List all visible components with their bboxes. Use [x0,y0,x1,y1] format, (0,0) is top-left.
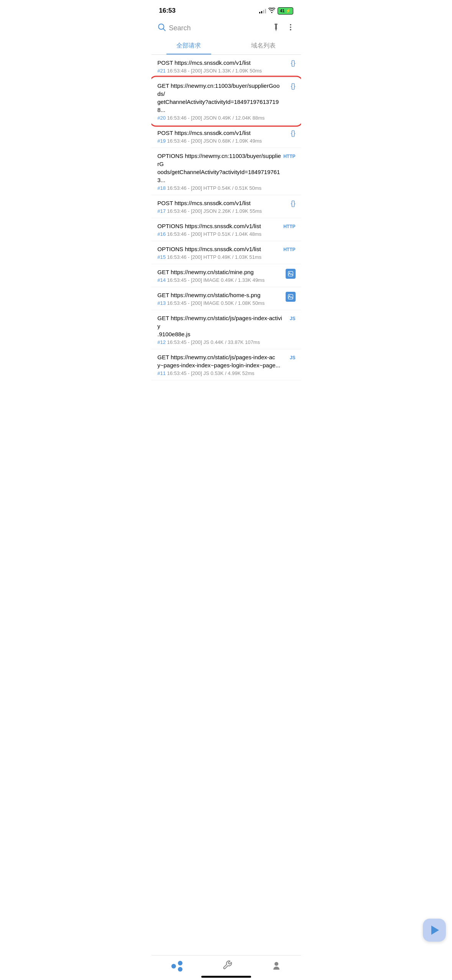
request-meta: #18 16:53:46 - [200] HTTP 0.54K / 0.51K … [158,185,295,191]
status-icons: 41 ⚡ [259,7,293,15]
svg-point-7 [290,24,291,26]
request-meta: #15 16:53:46 - [200] HTTP 0.49K / 1.03K … [158,254,295,260]
request-url: POST https://mcs.snssdk.com/v1/list [158,59,295,67]
list-item[interactable]: POST https://mcs.snssdk.com/v1/list #19 … [151,125,301,148]
wifi-icon [268,8,275,14]
badge-http: HTTP [283,246,295,253]
list-item[interactable]: OPTIONS https://newmy.cn:11003/buyer/sup… [151,148,301,195]
request-url: POST https://mcs.snssdk.com/v1/list [158,199,295,207]
battery-indicator: 41 ⚡ [278,7,293,15]
list-item[interactable]: GET https://newmy.cn/static/js/pages-ind… [151,310,301,349]
request-url: GET https://newmy.cn:11003/buyer/supplie… [158,82,295,114]
request-meta: #13 16:53:45 - [200] IMAGE 0.50K / 1.08K… [158,300,295,306]
badge-js: JS [290,354,296,361]
svg-point-9 [290,29,291,31]
search-bar: Search [151,19,301,37]
request-meta: #19 16:53:46 - [200] JSON 0.68K / 1.09K … [158,138,295,144]
brush-icon[interactable] [272,23,280,33]
request-url: GET https://newmy.cn/static/mine.png [158,268,295,276]
list-item-highlighted[interactable]: GET https://newmy.cn:11003/buyer/supplie… [151,78,301,125]
request-url: GET https://newmy.cn/static/js/pages-ind… [158,314,295,338]
tab-all-requests[interactable]: 全部请求 [151,37,226,54]
svg-rect-3 [275,25,277,28]
badge-http: HTTP [283,153,295,159]
badge-json: {} [291,200,295,207]
tabs: 全部请求 域名列表 [151,37,301,55]
signal-icon [259,8,266,13]
status-bar: 16:53 41 ⚡ [151,0,301,19]
request-url: GET https://newmy.cn/static/home-s.png [158,291,295,299]
request-list: POST https://mcs.snssdk.com/v1/list #21 … [151,55,301,415]
search-icon [158,23,166,33]
request-meta: #12 16:53:45 - [200] JS 0.44K / 33.87K 1… [158,339,295,345]
search-placeholder: Search [169,24,191,32]
list-item[interactable]: OPTIONS https://mcs.snssdk.com/v1/list #… [151,241,301,264]
request-meta: #17 16:53:46 - [200] JSON 2.26K / 1.09K … [158,208,295,214]
svg-rect-2 [274,24,277,25]
request-url: OPTIONS https://newmy.cn:11003/buyer/sup… [158,152,295,184]
more-options-icon[interactable] [286,23,295,33]
svg-line-1 [163,29,165,31]
toolbar-icons [272,23,295,33]
svg-rect-4 [275,28,277,29]
list-item[interactable]: GET https://newmy.cn/static/js/pages-ind… [151,349,301,380]
list-item[interactable]: POST https://mcs.snssdk.com/v1/list #17 … [151,195,301,218]
badge-json: {} [291,130,295,137]
request-meta: #20 16:53:46 - [200] JSON 0.49K / 12.04K… [158,115,295,121]
request-meta: #11 16:53:45 - [200] JS 0.53K / 4.99K 52… [158,370,295,376]
request-url: GET https://newmy.cn/static/js/pages-ind… [158,353,295,369]
list-item[interactable]: POST https://mcs.snssdk.com/v1/list #21 … [151,55,301,78]
badge-image [286,292,296,302]
request-meta: #21 16:53:48 - [200] JSON 1.33K / 1.09K … [158,68,295,74]
search-input-area[interactable]: Search [158,23,268,33]
badge-json: {} [291,82,295,90]
list-item[interactable]: GET https://newmy.cn/static/mine.png #14… [151,264,301,287]
svg-point-8 [290,26,291,28]
list-item[interactable]: GET https://newmy.cn/static/home-s.png #… [151,287,301,310]
request-meta: #16 16:53:46 - [200] HTTP 0.51K / 1.04K … [158,231,295,237]
badge-js: JS [290,315,296,322]
request-url: OPTIONS https://mcs.snssdk.com/v1/list [158,245,295,253]
badge-http: HTTP [283,223,295,230]
tab-domain-list[interactable]: 域名列表 [226,37,301,54]
request-url: OPTIONS https://mcs.snssdk.com/v1/list [158,222,295,230]
status-time: 16:53 [159,7,176,15]
badge-image [286,269,296,279]
badge-json: {} [291,59,295,67]
request-meta: #14 16:53:45 - [200] IMAGE 0.49K / 1.33K… [158,277,295,283]
request-url: POST https://mcs.snssdk.com/v1/list [158,129,295,137]
list-item[interactable]: OPTIONS https://mcs.snssdk.com/v1/list #… [151,218,301,241]
